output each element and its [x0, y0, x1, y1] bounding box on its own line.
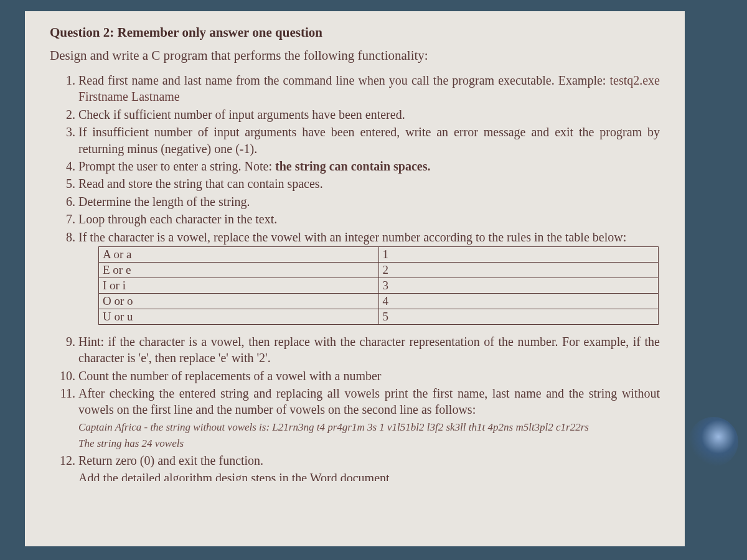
- value-cell: 3: [378, 278, 659, 293]
- step-9: Hint: if the character is a vowel, then …: [78, 334, 660, 366]
- table-row: E or e 2: [99, 262, 659, 278]
- step-13-cutoff: Add the detailed algorithm design steps …: [78, 470, 660, 481]
- step-1: Read first name and last name from the c…: [78, 72, 660, 105]
- step-11-text: After checking the entered string and re…: [78, 386, 660, 416]
- step-8: If the character is a vowel, replace the…: [78, 229, 660, 245]
- step-6: Determine the length of the string.: [78, 194, 660, 210]
- step-4: Prompt the user to enter a string. Note:…: [78, 158, 660, 174]
- step-4-text: Prompt the user to enter a string. Note:: [78, 159, 275, 173]
- step-7: Loop through each character in the text.: [78, 211, 660, 227]
- step-2: Check if sufficient number of input argu…: [78, 106, 660, 123]
- value-cell: 1: [378, 246, 659, 262]
- table-row: O or o 4: [99, 293, 659, 309]
- vowel-table: A or a 1 E or e 2 I or i 3 O or o 4 U or…: [98, 246, 659, 325]
- vowel-cell: U or u: [99, 309, 379, 324]
- value-cell: 4: [378, 293, 659, 309]
- value-cell: 5: [378, 309, 659, 324]
- vowel-cell: E or e: [99, 262, 379, 278]
- steps-list-upper: Read first name and last name from the c…: [50, 72, 660, 245]
- step-12: Return zero (0) and exit the function.: [78, 452, 660, 469]
- table-row: I or i 3: [99, 278, 659, 293]
- vowel-cell: I or i: [99, 278, 379, 293]
- design-prompt: Design and write a C program that perfor…: [50, 48, 660, 63]
- lens-flare: [688, 417, 738, 467]
- steps-list-lower: Hint: if the character is a vowel, then …: [50, 334, 660, 481]
- question-title: Question 2: Remember only answer one que…: [50, 25, 660, 40]
- vowel-cell: A or a: [99, 246, 379, 262]
- step-3: If insufficient number of input argument…: [78, 124, 660, 157]
- table-row: U or u 5: [99, 309, 659, 324]
- step-10: Count the number of replacements of a vo…: [78, 368, 660, 384]
- step-1-text: Read first name and last name from the c…: [78, 73, 609, 87]
- table-row: A or a 1: [99, 246, 659, 262]
- vowel-cell: O or o: [99, 293, 379, 309]
- step-5: Read and store the string that can conta…: [78, 175, 660, 192]
- example-output-line1: Captain Africa - the string without vowe…: [78, 421, 589, 433]
- example-output-line2: The string has 24 vowels: [78, 437, 184, 449]
- step-11: After checking the entered string and re…: [78, 385, 660, 451]
- document-page: Question 2: Remember only answer one que…: [25, 11, 685, 546]
- step-4-note: the string can contain spaces.: [275, 159, 430, 173]
- value-cell: 2: [378, 262, 659, 278]
